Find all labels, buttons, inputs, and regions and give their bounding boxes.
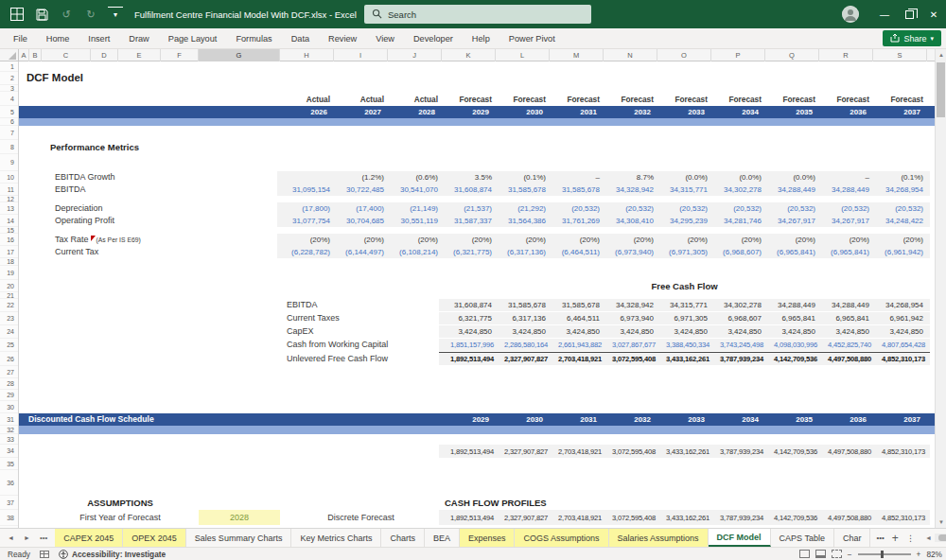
undo-icon[interactable]: ↺: [59, 7, 74, 22]
cell-5[interactable]: (20%): [550, 236, 604, 244]
cell-7[interactable]: (20,532): [657, 204, 711, 213]
cell-8[interactable]: (20%): [711, 236, 765, 244]
cell-6[interactable]: 3,424,850: [765, 327, 819, 336]
ribbon-tab-7[interactable]: Review: [319, 28, 366, 49]
year-3[interactable]: 2032: [604, 415, 657, 424]
search-box[interactable]: Search: [364, 5, 591, 24]
row-label-unlevered-fcf[interactable]: Unlevered Free Cash Flow: [287, 353, 388, 365]
cell-6[interactable]: 34,288,449: [765, 301, 819, 309]
cell-11[interactable]: (20%): [873, 236, 927, 244]
cell-10[interactable]: 34,288,449: [819, 185, 873, 194]
year-0[interactable]: 2026: [280, 108, 334, 116]
cell-4[interactable]: 31,564,386: [496, 217, 550, 225]
cell-1[interactable]: 30,722,485: [334, 185, 388, 194]
vertical-scrollbar-thumb[interactable]: [937, 62, 945, 117]
row-label-current-taxes[interactable]: Current Taxes: [287, 312, 340, 324]
cell-8[interactable]: 4,852,310,173: [873, 355, 927, 363]
cell-0[interactable]: 31,608,874: [442, 301, 496, 309]
year-7[interactable]: 2033: [657, 108, 711, 116]
cell-3[interactable]: 3,424,850: [604, 327, 657, 336]
cell-3[interactable]: 3,072,595,408: [604, 447, 657, 456]
year-8[interactable]: 2034: [711, 108, 765, 116]
cell-0[interactable]: (20%): [280, 236, 334, 244]
page-break-view-icon[interactable]: [832, 550, 842, 558]
cell-0[interactable]: 3,424,850: [442, 327, 496, 336]
scroll-up-icon[interactable]: ▲: [936, 49, 946, 61]
period-type-4[interactable]: Forecast: [496, 95, 550, 104]
cell-8[interactable]: 34,268,954: [873, 301, 927, 309]
sheet-tab-charts[interactable]: Charts: [381, 529, 425, 547]
row-header[interactable]: 4: [0, 92, 18, 106]
row-header[interactable]: 20: [0, 280, 18, 292]
row-header[interactable]: 36: [0, 470, 18, 496]
user-avatar[interactable]: [842, 6, 859, 23]
cell-0[interactable]: 31,077,754: [280, 217, 334, 225]
share-button[interactable]: Share ▾: [883, 30, 941, 46]
cell-2[interactable]: (20%): [388, 236, 442, 244]
row-header[interactable]: 29: [0, 390, 18, 401]
cell-5[interactable]: 6,968,607: [711, 314, 765, 323]
hscroll-left-icon[interactable]: ◄: [922, 534, 935, 541]
ribbon-tab-2[interactable]: Insert: [79, 28, 119, 49]
row-header[interactable]: 22: [0, 299, 18, 312]
ribbon-tab-3[interactable]: Draw: [119, 28, 158, 49]
redo-icon[interactable]: ↻: [83, 7, 98, 22]
cell-4[interactable]: (21,292): [496, 204, 550, 213]
row-header[interactable]: 13: [0, 202, 18, 215]
cell-9[interactable]: 34,288,449: [765, 185, 819, 194]
period-type-7[interactable]: Forecast: [657, 95, 711, 104]
cell-7[interactable]: 4,497,508,880: [819, 355, 873, 363]
sheet-tab-bea[interactable]: BEA: [425, 529, 460, 547]
cell-7[interactable]: 3,424,850: [819, 327, 873, 336]
tab-scroll-right-icon[interactable]: ►: [24, 534, 30, 541]
row-header[interactable]: 2: [0, 72, 18, 85]
cell-11[interactable]: 34,268,954: [873, 185, 927, 194]
cell-7[interactable]: (20%): [657, 236, 711, 244]
macro-record-icon[interactable]: [40, 551, 49, 558]
cell-8[interactable]: (20,532): [711, 204, 765, 213]
cell-2[interactable]: (21,149): [388, 204, 442, 213]
cell-2[interactable]: 2,661,943,882: [550, 341, 604, 349]
cell-8[interactable]: 4,852,310,173: [873, 447, 927, 456]
year-9[interactable]: 2035: [765, 108, 819, 116]
row-header[interactable]: 11: [0, 184, 18, 196]
period-type-5[interactable]: Forecast: [550, 95, 604, 104]
sheet-tab-caps-table[interactable]: CAPS Table: [771, 529, 834, 547]
cell-10[interactable]: (20%): [819, 236, 873, 244]
cell-5[interactable]: 3,787,939,234: [711, 355, 765, 363]
cell-1[interactable]: 30,704,685: [334, 217, 388, 225]
cell-3[interactable]: 31,608,874: [442, 185, 496, 194]
col-header-h[interactable]: H: [280, 49, 334, 61]
cell-7[interactable]: 4,497,508,880: [819, 514, 873, 522]
row-header[interactable]: 31: [0, 413, 18, 426]
year-6[interactable]: 2035: [765, 415, 819, 424]
vertical-scrollbar[interactable]: ▲ ▼: [935, 49, 946, 528]
cell-4[interactable]: (0.1%): [496, 173, 550, 182]
cash-flow-profiles-heading[interactable]: CASH FLOW PROFILES: [445, 498, 547, 508]
col-header-d[interactable]: D: [91, 49, 118, 61]
cell-1[interactable]: 2,327,907,827: [496, 514, 550, 522]
cell-8[interactable]: 6,961,942: [873, 314, 927, 323]
row-label-ebitda-growth[interactable]: EBITDA Growth: [55, 171, 115, 184]
row-header[interactable]: 35: [0, 458, 18, 470]
year-4[interactable]: 2033: [657, 415, 711, 424]
first-year-of-forecast-label[interactable]: First Year of Forecast: [42, 512, 199, 524]
year-1[interactable]: 2027: [334, 108, 388, 116]
cell-1[interactable]: (6,144,497): [334, 248, 388, 256]
cell-9[interactable]: (20,532): [765, 204, 819, 213]
col-header-r[interactable]: R: [819, 49, 873, 61]
year-0[interactable]: 2029: [442, 415, 496, 424]
col-header-g-selected[interactable]: G: [199, 49, 280, 61]
year-6[interactable]: 2032: [604, 108, 657, 116]
col-header-m[interactable]: M: [550, 49, 604, 61]
sheet-tab-cogs-assumptions[interactable]: COGS Assumptions: [515, 529, 608, 547]
cell-2[interactable]: (6,108,214): [388, 248, 442, 256]
cell-2[interactable]: 30,541,070: [388, 185, 442, 194]
cell-8[interactable]: (0.0%): [711, 173, 765, 182]
cell-1[interactable]: 6,317,136: [496, 314, 550, 323]
cell-7[interactable]: (0.0%): [657, 173, 711, 182]
qat-customize-icon[interactable]: ▾: [108, 7, 123, 22]
cell-2[interactable]: 3,424,850: [550, 327, 604, 336]
cell-2[interactable]: 2,703,418,921: [550, 514, 604, 522]
col-header-c[interactable]: C: [42, 49, 91, 61]
